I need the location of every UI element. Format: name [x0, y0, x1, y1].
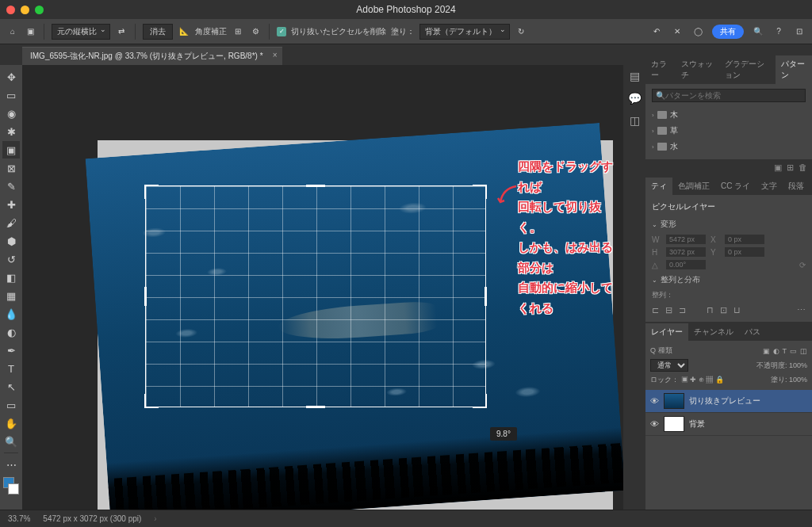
swap-icon[interactable]: ⇄	[115, 25, 128, 38]
color-swatches[interactable]	[3, 477, 19, 495]
tab-properties[interactable]: ティ	[645, 178, 672, 195]
help-icon[interactable]: ?	[772, 25, 785, 38]
heal-tool[interactable]: ✚	[2, 196, 20, 213]
move-tool[interactable]: ✥	[2, 68, 20, 86]
angle-value[interactable]: 0.00°	[666, 260, 706, 269]
comments-icon[interactable]: 💬	[628, 92, 642, 105]
path-tool[interactable]: ↖	[2, 378, 20, 395]
tab-swatches[interactable]: スウォッチ	[676, 55, 719, 84]
pattern-search-input[interactable]	[665, 91, 802, 100]
clear-button[interactable]: 消去	[143, 24, 173, 40]
wand-tool[interactable]: ✱	[2, 123, 20, 140]
pattern-folder[interactable]: ›草	[652, 123, 806, 139]
tab-cc[interactable]: CC ライ	[715, 178, 756, 195]
visibility-icon[interactable]: 👁	[650, 396, 659, 406]
transform-section[interactable]: ⌄変形	[652, 216, 806, 233]
share-button[interactable]: 共有	[712, 25, 744, 39]
shape-tool[interactable]: ▭	[2, 396, 20, 414]
tab-adjustments[interactable]: 色調補正	[672, 178, 715, 195]
layer-item[interactable]: 👁 切り抜きプレビュー	[645, 390, 812, 413]
background-color[interactable]	[8, 483, 19, 495]
tab-patterns[interactable]: パターン	[776, 55, 812, 84]
commit-icon[interactable]: ◯	[691, 25, 704, 38]
pattern-folder[interactable]: ›水	[652, 139, 806, 155]
filter-type-icon[interactable]: T	[783, 347, 787, 355]
x-value[interactable]: 0 px	[725, 235, 764, 244]
undo-icon[interactable]: ↶	[650, 25, 663, 38]
align-center-v-icon[interactable]: ⊡	[720, 305, 727, 315]
align-section[interactable]: ⌄整列と分布	[652, 271, 806, 288]
align-center-h-icon[interactable]: ⊟	[665, 305, 672, 315]
gear-icon[interactable]: ⚙	[249, 25, 262, 38]
blend-mode-select[interactable]: 通常	[650, 359, 688, 372]
new-folder-icon[interactable]: ▣	[774, 162, 782, 173]
crop-handle-tr[interactable]	[473, 185, 487, 199]
grid-icon[interactable]: ⊞	[232, 25, 244, 38]
pattern-search[interactable]: 🔍	[652, 89, 806, 102]
visibility-icon[interactable]: 👁	[650, 419, 659, 429]
straighten-icon[interactable]: 📐	[178, 25, 190, 38]
window-minimize[interactable]	[21, 6, 29, 14]
filter-shape-icon[interactable]: ▭	[790, 347, 797, 355]
pattern-folder[interactable]: ›木	[652, 107, 806, 123]
crop-handle-bl[interactable]	[144, 394, 159, 408]
layer-filter[interactable]: Q 種類	[650, 346, 672, 356]
home-icon[interactable]: ⌂	[6, 25, 19, 38]
crop-handle-tl[interactable]	[144, 185, 159, 199]
crop-handle-left[interactable]	[144, 287, 147, 306]
tab-paths[interactable]: パス	[739, 323, 766, 341]
document-tab[interactable]: IMG_6595-強化-NR.jpg @ 33.7% (切り抜きプレビュー, R…	[22, 47, 282, 65]
fill-select[interactable]: 背景（デフォルト）	[419, 24, 510, 40]
eraser-tool[interactable]: ◧	[2, 269, 20, 286]
crop-handle-right[interactable]	[485, 287, 487, 306]
new-item-icon[interactable]: ⊞	[787, 162, 794, 173]
crop-handle-br[interactable]	[473, 394, 487, 408]
delete-pixels-check[interactable]: ✓	[277, 27, 286, 36]
frame-tool[interactable]: ⊠	[2, 159, 20, 177]
stamp-tool[interactable]: ⬢	[2, 232, 20, 250]
crop-handle-top[interactable]	[306, 185, 325, 187]
filter-smart-icon[interactable]: ◫	[800, 347, 807, 355]
zoom-tool[interactable]: 🔍	[2, 433, 20, 450]
trash-icon[interactable]: 🗑	[799, 162, 807, 173]
crop-icon[interactable]: ▣	[24, 25, 36, 38]
dodge-tool[interactable]: ◐	[2, 323, 20, 341]
cancel-icon[interactable]: ✕	[671, 25, 684, 38]
canvas[interactable]: 9.8° 四隅をドラッグすれば 回転して切り抜く。 しかも、はみ出る部分は 自動…	[22, 65, 623, 510]
reset-icon[interactable]: ↻	[515, 25, 527, 38]
hand-tool[interactable]: ✋	[2, 414, 20, 432]
close-icon[interactable]: ×	[273, 51, 278, 59]
crop-bounds[interactable]	[145, 185, 486, 407]
window-close[interactable]	[6, 6, 15, 14]
brush-tool[interactable]: 🖌	[2, 214, 20, 231]
y-value[interactable]: 0 px	[725, 247, 764, 257]
edit-toolbar[interactable]: ⋯	[2, 456, 20, 473]
filter-image-icon[interactable]: ▣	[763, 347, 770, 355]
window-maximize[interactable]	[35, 6, 44, 14]
align-top-icon[interactable]: ⊓	[707, 305, 714, 315]
history-brush-tool[interactable]: ↺	[2, 250, 20, 268]
fill-value[interactable]: 100%	[789, 376, 807, 384]
history-icon[interactable]: ▤	[630, 70, 640, 82]
crop-tool[interactable]: ▣	[2, 141, 20, 158]
filter-adjust-icon[interactable]: ◐	[773, 347, 779, 355]
lasso-tool[interactable]: ◉	[2, 105, 20, 122]
align-bottom-icon[interactable]: ⊔	[733, 305, 741, 315]
opacity-value[interactable]: 100%	[789, 361, 807, 369]
ratio-select[interactable]: 元の縦横比	[52, 24, 110, 40]
width-value[interactable]: 5472 px	[666, 235, 706, 244]
tab-layers[interactable]: レイヤー	[645, 323, 688, 341]
tab-gradients[interactable]: グラデーション	[719, 55, 776, 84]
pen-tool[interactable]: ✒	[2, 342, 20, 359]
eyedropper-tool[interactable]: ✎	[2, 178, 20, 195]
align-right-icon[interactable]: ⊐	[679, 305, 686, 315]
gradient-tool[interactable]: ▦	[2, 287, 20, 304]
zoom-level[interactable]: 33.7%	[8, 514, 30, 523]
height-value[interactable]: 3072 px	[666, 247, 706, 257]
libraries-icon[interactable]: ◫	[630, 114, 640, 127]
crop-handle-bottom[interactable]	[306, 406, 325, 408]
layer-item[interactable]: 👁 背景	[645, 413, 812, 436]
marquee-tool[interactable]: ▭	[2, 86, 20, 104]
tab-channels[interactable]: チャンネル	[688, 323, 739, 341]
tab-paragraph[interactable]: 段落	[783, 178, 810, 195]
